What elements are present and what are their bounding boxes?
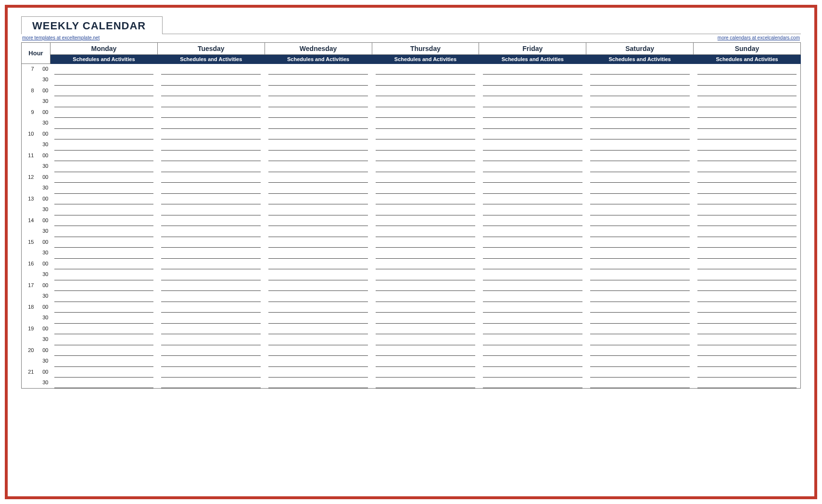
schedule-cell[interactable] [586, 183, 694, 194]
schedule-cell[interactable] [265, 75, 372, 86]
schedule-cell[interactable] [479, 324, 586, 335]
schedule-cell[interactable] [479, 291, 586, 302]
schedule-cell[interactable] [694, 367, 801, 378]
schedule-cell[interactable] [586, 75, 694, 86]
schedule-cell[interactable] [51, 194, 158, 205]
schedule-cell[interactable] [157, 118, 265, 129]
schedule-cell[interactable] [265, 107, 372, 118]
schedule-cell[interactable] [51, 139, 158, 151]
schedule-cell[interactable] [157, 345, 265, 356]
schedule-cell[interactable] [157, 129, 265, 140]
schedule-cell[interactable] [694, 280, 801, 291]
schedule-cell[interactable] [372, 151, 479, 162]
schedule-cell[interactable] [586, 269, 694, 280]
schedule-cell[interactable] [694, 172, 801, 183]
schedule-cell[interactable] [586, 367, 694, 378]
schedule-cell[interactable] [51, 151, 158, 162]
schedule-cell[interactable] [586, 129, 694, 140]
schedule-cell[interactable] [157, 313, 265, 324]
schedule-cell[interactable] [157, 204, 265, 215]
schedule-cell[interactable] [694, 96, 801, 107]
schedule-cell[interactable] [586, 215, 694, 227]
schedule-cell[interactable] [265, 345, 372, 356]
schedule-cell[interactable] [479, 183, 586, 194]
schedule-cell[interactable] [586, 237, 694, 248]
schedule-cell[interactable] [265, 248, 372, 259]
schedule-cell[interactable] [51, 291, 158, 302]
schedule-cell[interactable] [51, 367, 158, 378]
schedule-cell[interactable] [51, 118, 158, 129]
schedule-cell[interactable] [51, 96, 158, 107]
schedule-cell[interactable] [372, 378, 479, 389]
schedule-cell[interactable] [51, 107, 158, 118]
schedule-cell[interactable] [694, 64, 801, 75]
schedule-cell[interactable] [479, 248, 586, 259]
schedule-cell[interactable] [157, 280, 265, 291]
schedule-cell[interactable] [586, 259, 694, 270]
schedule-cell[interactable] [157, 215, 265, 227]
schedule-cell[interactable] [694, 161, 801, 172]
schedule-cell[interactable] [372, 161, 479, 172]
schedule-cell[interactable] [479, 96, 586, 107]
schedule-cell[interactable] [51, 324, 158, 335]
schedule-cell[interactable] [265, 226, 372, 237]
schedule-cell[interactable] [479, 107, 586, 118]
schedule-cell[interactable] [51, 280, 158, 291]
schedule-cell[interactable] [51, 259, 158, 270]
schedule-cell[interactable] [265, 139, 372, 151]
schedule-cell[interactable] [51, 64, 158, 75]
schedule-cell[interactable] [265, 302, 372, 313]
schedule-cell[interactable] [157, 139, 265, 151]
schedule-cell[interactable] [372, 269, 479, 280]
schedule-cell[interactable] [694, 151, 801, 162]
schedule-cell[interactable] [372, 107, 479, 118]
schedule-cell[interactable] [479, 378, 586, 389]
schedule-cell[interactable] [586, 118, 694, 129]
schedule-cell[interactable] [372, 334, 479, 345]
schedule-cell[interactable] [51, 161, 158, 172]
schedule-cell[interactable] [157, 367, 265, 378]
schedule-cell[interactable] [586, 226, 694, 237]
schedule-cell[interactable] [479, 204, 586, 215]
schedule-cell[interactable] [694, 237, 801, 248]
schedule-cell[interactable] [157, 172, 265, 183]
schedule-cell[interactable] [372, 280, 479, 291]
schedule-cell[interactable] [479, 151, 586, 162]
schedule-cell[interactable] [694, 259, 801, 270]
schedule-cell[interactable] [265, 280, 372, 291]
schedule-cell[interactable] [51, 129, 158, 140]
schedule-cell[interactable] [157, 324, 265, 335]
schedule-cell[interactable] [265, 215, 372, 227]
schedule-cell[interactable] [157, 269, 265, 280]
schedule-cell[interactable] [586, 64, 694, 75]
schedule-cell[interactable] [157, 291, 265, 302]
schedule-cell[interactable] [479, 161, 586, 172]
schedule-cell[interactable] [479, 129, 586, 140]
schedule-cell[interactable] [265, 237, 372, 248]
schedule-cell[interactable] [586, 96, 694, 107]
schedule-cell[interactable] [157, 75, 265, 86]
schedule-cell[interactable] [586, 86, 694, 97]
schedule-cell[interactable] [157, 248, 265, 259]
schedule-cell[interactable] [157, 161, 265, 172]
schedule-cell[interactable] [586, 334, 694, 345]
schedule-cell[interactable] [479, 139, 586, 151]
schedule-cell[interactable] [479, 259, 586, 270]
schedule-cell[interactable] [586, 378, 694, 389]
schedule-cell[interactable] [265, 291, 372, 302]
schedule-cell[interactable] [51, 313, 158, 324]
schedule-cell[interactable] [265, 161, 372, 172]
schedule-cell[interactable] [372, 118, 479, 129]
schedule-cell[interactable] [479, 64, 586, 75]
schedule-cell[interactable] [51, 356, 158, 367]
schedule-cell[interactable] [265, 151, 372, 162]
schedule-cell[interactable] [157, 226, 265, 237]
schedule-cell[interactable] [372, 367, 479, 378]
schedule-cell[interactable] [157, 259, 265, 270]
schedule-cell[interactable] [479, 226, 586, 237]
schedule-cell[interactable] [372, 204, 479, 215]
schedule-cell[interactable] [372, 64, 479, 75]
schedule-cell[interactable] [586, 204, 694, 215]
schedule-cell[interactable] [586, 161, 694, 172]
schedule-cell[interactable] [51, 183, 158, 194]
